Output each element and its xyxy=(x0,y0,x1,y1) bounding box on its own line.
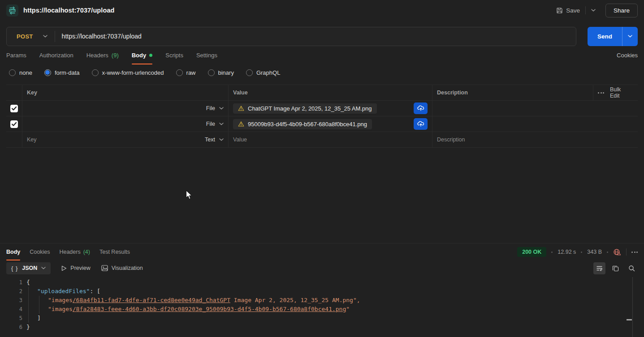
radio-icon xyxy=(208,69,215,76)
new-key-input[interactable] xyxy=(27,137,201,143)
method-selector[interactable]: POST xyxy=(7,33,55,40)
send-button[interactable]: Send xyxy=(588,27,622,46)
upload-file-button[interactable] xyxy=(414,118,428,130)
type-select[interactable]: File xyxy=(206,105,224,111)
select-all-cell xyxy=(6,85,22,101)
file-chip[interactable]: ChatGPT Image Apr 2, 2025, 12_35_25 AM.p… xyxy=(233,103,377,114)
save-button[interactable]: Save xyxy=(553,4,583,17)
divider xyxy=(626,248,627,256)
request-bar: POST Send xyxy=(0,26,644,46)
body-type-none[interactable]: none xyxy=(9,69,32,76)
copy-button[interactable] xyxy=(609,262,622,274)
share-button[interactable]: Share xyxy=(605,4,638,17)
body-type-raw[interactable]: raw xyxy=(176,69,196,76)
cloud-upload-icon xyxy=(417,121,424,127)
send-split-button: Send xyxy=(588,27,638,46)
code-line: 2 "uploadedFiles": [ xyxy=(0,287,644,296)
response-more-options-icon[interactable] xyxy=(631,252,638,253)
image-icon xyxy=(101,265,108,271)
tab-headers[interactable]: Headers(9) xyxy=(86,46,119,64)
type-select[interactable]: Text xyxy=(205,137,224,143)
response-tab-body[interactable]: Body xyxy=(6,243,20,260)
cookies-link[interactable]: Cookies xyxy=(617,52,638,59)
code-line: 4 "images/8fa28483-feee-4d60-a3bb-df20c0… xyxy=(0,305,644,314)
chevron-down-icon xyxy=(628,35,632,38)
tab-authorization[interactable]: Authorization xyxy=(39,46,73,64)
indent-guide xyxy=(28,287,29,323)
chevron-down-icon xyxy=(219,107,224,110)
tab-scripts[interactable]: Scripts xyxy=(165,46,183,64)
http-request-icon: HTTP xyxy=(6,4,18,17)
row-checkbox[interactable] xyxy=(10,105,18,112)
body-type-graphql[interactable]: GraphQL xyxy=(246,69,280,76)
send-options-button[interactable] xyxy=(622,27,638,46)
description-cell[interactable] xyxy=(432,101,638,116)
response-tab-cookies[interactable]: Cookies xyxy=(30,243,50,260)
ssl-warning-globe-icon[interactable] xyxy=(613,248,621,256)
url-input[interactable] xyxy=(55,33,576,40)
request-title: https://localhost:7037/upload xyxy=(23,7,115,14)
search-icon xyxy=(628,265,635,272)
line-number: 6 xyxy=(0,323,22,332)
divider xyxy=(585,6,586,14)
braces-icon: { } xyxy=(11,265,18,272)
key-cell[interactable]: File xyxy=(22,116,229,132)
line-number: 5 xyxy=(0,314,22,323)
file-chip[interactable]: 95009b93-d4f5-4b09-b567-680a8f0bce41.png xyxy=(233,119,372,129)
form-data-table: Key Value Description Bulk Edit File xyxy=(6,85,638,148)
body-type-binary[interactable]: binary xyxy=(208,69,234,76)
scrollbar-track[interactable] xyxy=(632,277,633,337)
tab-body[interactable]: Body xyxy=(132,46,153,64)
chevron-down-icon xyxy=(43,35,48,38)
key-cell[interactable]: File xyxy=(22,101,229,116)
request-tabs-row: Params Authorization Headers(9) Body Scr… xyxy=(0,46,644,64)
checkmark-icon xyxy=(12,107,17,111)
table-row: File 95009b93-d4f5-4b09-b567-680a8f0bce4… xyxy=(6,116,638,132)
method-label: POST xyxy=(17,33,33,40)
status-badge[interactable]: 200 OK xyxy=(517,247,546,257)
response-tab-headers[interactable]: Headers(4) xyxy=(59,243,90,260)
code-line: 6 } xyxy=(0,323,644,332)
new-description-input[interactable] xyxy=(437,137,633,143)
scrollbar-thumb[interactable] xyxy=(627,319,632,320)
body-type-x-www-form-urlencoded[interactable]: x-www-form-urlencoded xyxy=(92,69,164,76)
row-checkbox[interactable] xyxy=(10,120,18,128)
file-url-link[interactable]: /68a4fb11-fad7-4dfe-af71-ced8ee0e49ad_Ch… xyxy=(73,297,230,303)
request-header: HTTP https://localhost:7037/upload Save xyxy=(0,0,644,21)
response-body-viewer[interactable]: 1 { 2 "uploadedFiles": [ 3 "images/68a4f… xyxy=(0,276,644,337)
visualization-button[interactable]: Visualization xyxy=(101,265,143,271)
code-line: 5 ] xyxy=(0,314,644,323)
code-line: 3 "images/68a4fb11-fad7-4dfe-af71-ced8ee… xyxy=(0,296,644,305)
response-headers-count: (4) xyxy=(83,249,90,255)
preview-button[interactable]: Preview xyxy=(61,265,90,271)
chevron-down-icon xyxy=(41,267,46,269)
response-time[interactable]: 12.92 s xyxy=(558,249,576,255)
bulk-edit-cell: Bulk Edit xyxy=(593,85,638,101)
value-cell: 95009b93-d4f5-4b09-b567-680a8f0bce41.png xyxy=(229,116,432,132)
body-type-selector: none form-data x-www-form-urlencoded raw… xyxy=(0,64,644,81)
tab-settings[interactable]: Settings xyxy=(196,46,217,64)
chevron-down-icon xyxy=(219,123,224,125)
play-icon xyxy=(61,265,67,271)
response-size[interactable]: 343 B xyxy=(587,249,602,255)
wrap-text-button[interactable] xyxy=(593,262,605,274)
value-column-header: Value xyxy=(229,85,432,101)
response-format-select[interactable]: { } JSON xyxy=(6,262,51,274)
type-select[interactable]: File xyxy=(206,121,224,127)
search-button[interactable] xyxy=(626,262,638,274)
more-options-icon[interactable] xyxy=(598,92,604,94)
description-cell[interactable] xyxy=(432,116,638,132)
file-url-link[interactable]: /8fa28483-feee-4d60-a3bb-df20c089203e_95… xyxy=(73,306,346,312)
bulk-edit-button[interactable]: Bulk Edit xyxy=(610,86,631,99)
body-type-form-data[interactable]: form-data xyxy=(44,69,80,76)
line-number: 4 xyxy=(0,305,22,314)
response-tab-test-results[interactable]: Test Results xyxy=(99,243,130,260)
warning-icon xyxy=(238,106,244,111)
tab-params[interactable]: Params xyxy=(6,46,26,64)
save-options-button[interactable] xyxy=(588,6,599,14)
format-label: JSON xyxy=(22,265,37,271)
file-name: ChatGPT Image Apr 2, 2025, 12_35_25 AM.p… xyxy=(248,105,372,112)
save-icon xyxy=(556,7,563,14)
upload-file-button[interactable] xyxy=(414,102,428,114)
new-value-input[interactable] xyxy=(233,137,428,143)
